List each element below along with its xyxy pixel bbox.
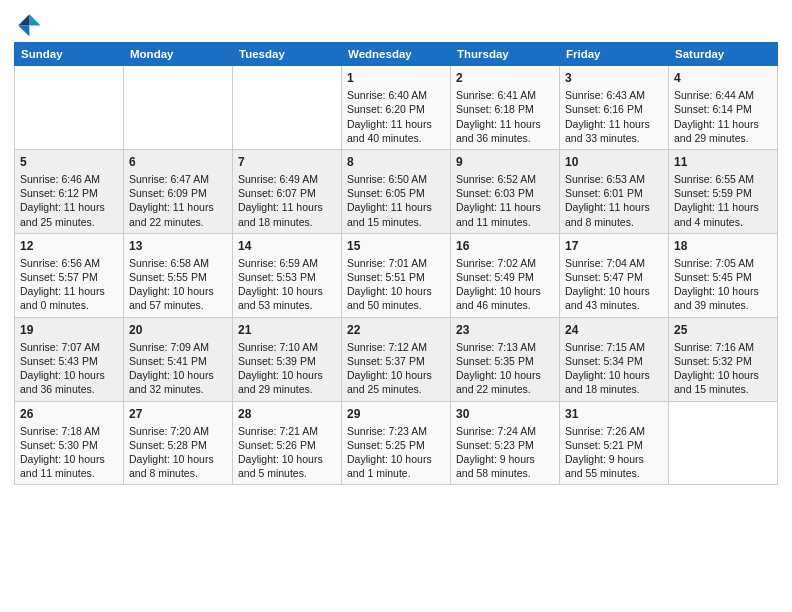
day-number: 18 (674, 238, 772, 254)
calendar-cell: 19Sunrise: 7:07 AMSunset: 5:43 PMDayligh… (15, 317, 124, 401)
cell-text: Sunset: 6:09 PM (129, 186, 227, 200)
cell-text: Sunrise: 6:55 AM (674, 172, 772, 186)
calendar-cell: 25Sunrise: 7:16 AMSunset: 5:32 PMDayligh… (669, 317, 778, 401)
svg-marker-2 (18, 25, 29, 36)
cell-text: Daylight: 10 hours and 32 minutes. (129, 368, 227, 396)
day-number: 17 (565, 238, 663, 254)
calendar-cell: 3Sunrise: 6:43 AMSunset: 6:16 PMDaylight… (560, 66, 669, 150)
cell-text: Sunrise: 7:20 AM (129, 424, 227, 438)
calendar-cell (669, 401, 778, 485)
cell-text: Sunrise: 7:13 AM (456, 340, 554, 354)
cell-text: Sunset: 5:49 PM (456, 270, 554, 284)
calendar-cell: 12Sunrise: 6:56 AMSunset: 5:57 PMDayligh… (15, 233, 124, 317)
cell-text: Sunset: 5:43 PM (20, 354, 118, 368)
cell-text: Daylight: 11 hours and 22 minutes. (129, 200, 227, 228)
cell-text: Sunrise: 6:41 AM (456, 88, 554, 102)
cell-text: Sunrise: 7:26 AM (565, 424, 663, 438)
cell-text: Daylight: 10 hours and 46 minutes. (456, 284, 554, 312)
cell-text: Sunrise: 7:15 AM (565, 340, 663, 354)
cell-text: Sunset: 5:39 PM (238, 354, 336, 368)
day-number: 9 (456, 154, 554, 170)
calendar-cell (15, 66, 124, 150)
day-number: 24 (565, 322, 663, 338)
cell-text: Daylight: 10 hours and 5 minutes. (238, 452, 336, 480)
day-number: 30 (456, 406, 554, 422)
day-number: 12 (20, 238, 118, 254)
day-number: 4 (674, 70, 772, 86)
week-row-4: 19Sunrise: 7:07 AMSunset: 5:43 PMDayligh… (15, 317, 778, 401)
cell-text: Sunrise: 7:18 AM (20, 424, 118, 438)
day-number: 28 (238, 406, 336, 422)
cell-text: Sunset: 6:18 PM (456, 102, 554, 116)
cell-text: Sunset: 6:03 PM (456, 186, 554, 200)
day-number: 13 (129, 238, 227, 254)
calendar-cell: 11Sunrise: 6:55 AMSunset: 5:59 PMDayligh… (669, 149, 778, 233)
day-number: 29 (347, 406, 445, 422)
cell-text: Daylight: 10 hours and 15 minutes. (674, 368, 772, 396)
cell-text: Sunset: 5:32 PM (674, 354, 772, 368)
week-row-5: 26Sunrise: 7:18 AMSunset: 5:30 PMDayligh… (15, 401, 778, 485)
day-number: 26 (20, 406, 118, 422)
cell-text: Sunrise: 7:05 AM (674, 256, 772, 270)
cell-text: Sunrise: 6:44 AM (674, 88, 772, 102)
cell-text: Daylight: 11 hours and 36 minutes. (456, 117, 554, 145)
cell-text: Sunrise: 7:12 AM (347, 340, 445, 354)
cell-text: Daylight: 10 hours and 11 minutes. (20, 452, 118, 480)
page-container: SundayMondayTuesdayWednesdayThursdayFrid… (0, 0, 792, 493)
calendar-cell: 21Sunrise: 7:10 AMSunset: 5:39 PMDayligh… (233, 317, 342, 401)
cell-text: Sunrise: 6:40 AM (347, 88, 445, 102)
day-header-sunday: Sunday (15, 43, 124, 66)
day-number: 22 (347, 322, 445, 338)
day-number: 27 (129, 406, 227, 422)
cell-text: Sunrise: 6:49 AM (238, 172, 336, 186)
header-row (14, 10, 778, 38)
cell-text: Sunset: 5:30 PM (20, 438, 118, 452)
calendar-cell: 9Sunrise: 6:52 AMSunset: 6:03 PMDaylight… (451, 149, 560, 233)
day-number: 21 (238, 322, 336, 338)
cell-text: Sunset: 6:07 PM (238, 186, 336, 200)
day-number: 14 (238, 238, 336, 254)
cell-text: Daylight: 9 hours and 58 minutes. (456, 452, 554, 480)
cell-text: Sunset: 6:05 PM (347, 186, 445, 200)
cell-text: Sunset: 5:23 PM (456, 438, 554, 452)
calendar-cell: 13Sunrise: 6:58 AMSunset: 5:55 PMDayligh… (124, 233, 233, 317)
day-number: 10 (565, 154, 663, 170)
cell-text: Daylight: 10 hours and 22 minutes. (456, 368, 554, 396)
cell-text: Sunrise: 7:02 AM (456, 256, 554, 270)
cell-text: Sunset: 5:25 PM (347, 438, 445, 452)
day-number: 25 (674, 322, 772, 338)
week-row-1: 1Sunrise: 6:40 AMSunset: 6:20 PMDaylight… (15, 66, 778, 150)
cell-text: Sunset: 5:45 PM (674, 270, 772, 284)
day-header-thursday: Thursday (451, 43, 560, 66)
cell-text: Sunset: 5:53 PM (238, 270, 336, 284)
calendar-cell: 14Sunrise: 6:59 AMSunset: 5:53 PMDayligh… (233, 233, 342, 317)
day-number: 31 (565, 406, 663, 422)
cell-text: Daylight: 11 hours and 33 minutes. (565, 117, 663, 145)
cell-text: Sunrise: 7:24 AM (456, 424, 554, 438)
cell-text: Daylight: 10 hours and 29 minutes. (238, 368, 336, 396)
calendar-cell: 2Sunrise: 6:41 AMSunset: 6:18 PMDaylight… (451, 66, 560, 150)
day-header-friday: Friday (560, 43, 669, 66)
cell-text: Sunrise: 7:01 AM (347, 256, 445, 270)
calendar-cell: 20Sunrise: 7:09 AMSunset: 5:41 PMDayligh… (124, 317, 233, 401)
cell-text: Sunrise: 7:16 AM (674, 340, 772, 354)
cell-text: Sunset: 6:14 PM (674, 102, 772, 116)
calendar-cell: 24Sunrise: 7:15 AMSunset: 5:34 PMDayligh… (560, 317, 669, 401)
cell-text: Daylight: 11 hours and 11 minutes. (456, 200, 554, 228)
cell-text: Daylight: 10 hours and 50 minutes. (347, 284, 445, 312)
calendar-cell: 18Sunrise: 7:05 AMSunset: 5:45 PMDayligh… (669, 233, 778, 317)
cell-text: Daylight: 11 hours and 40 minutes. (347, 117, 445, 145)
cell-text: Sunrise: 7:07 AM (20, 340, 118, 354)
cell-text: Sunset: 5:34 PM (565, 354, 663, 368)
cell-text: Sunset: 6:20 PM (347, 102, 445, 116)
cell-text: Daylight: 10 hours and 39 minutes. (674, 284, 772, 312)
cell-text: Sunrise: 7:21 AM (238, 424, 336, 438)
cell-text: Daylight: 10 hours and 43 minutes. (565, 284, 663, 312)
calendar-table: SundayMondayTuesdayWednesdayThursdayFrid… (14, 42, 778, 485)
cell-text: Sunrise: 6:43 AM (565, 88, 663, 102)
calendar-cell: 4Sunrise: 6:44 AMSunset: 6:14 PMDaylight… (669, 66, 778, 150)
cell-text: Daylight: 11 hours and 29 minutes. (674, 117, 772, 145)
cell-text: Sunset: 5:59 PM (674, 186, 772, 200)
day-number: 15 (347, 238, 445, 254)
calendar-cell: 22Sunrise: 7:12 AMSunset: 5:37 PMDayligh… (342, 317, 451, 401)
